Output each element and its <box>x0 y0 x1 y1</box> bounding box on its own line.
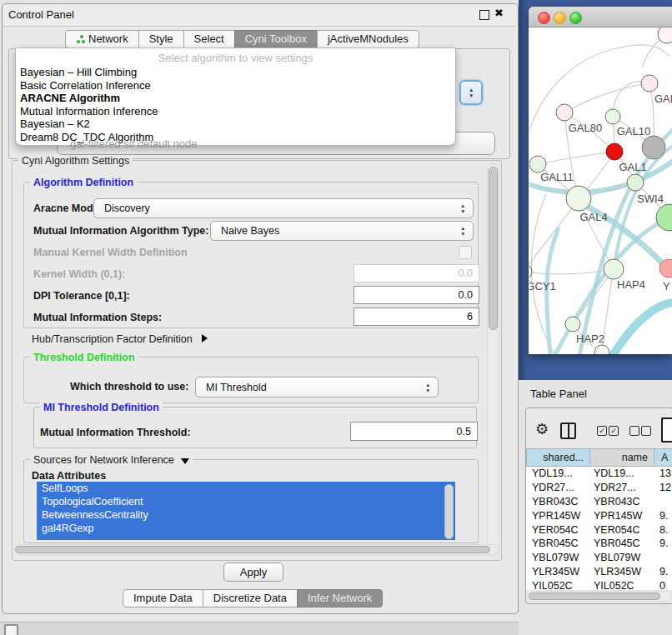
close-icon[interactable] <box>494 7 506 20</box>
mi-steps-field[interactable]: 6 <box>354 308 479 326</box>
table-cell: 9. <box>654 510 672 522</box>
deselect-check-icon[interactable] <box>629 426 639 436</box>
tab-select[interactable]: Select <box>183 30 235 48</box>
tab-cyni-toolbox[interactable]: Cyni Toolbox <box>234 30 318 48</box>
network-icon <box>76 35 85 44</box>
network-node-gal80[interactable] <box>556 104 573 121</box>
column-header-name[interactable]: name <box>589 448 654 467</box>
tab-discretize-data[interactable]: Discretize Data <box>203 589 298 608</box>
attribute-list-item[interactable]: TopologicalCoefficient <box>37 495 455 508</box>
tab-label: Impute Data <box>133 590 193 607</box>
network-node[interactable] <box>594 345 609 354</box>
attribute-list-item[interactable]: BetweennessCentrality <box>37 508 455 522</box>
aracne-mode-label: Aracne Mode: <box>33 202 103 214</box>
tab-impute-data[interactable]: Impute Data <box>123 589 203 608</box>
network-node[interactable] <box>642 136 665 159</box>
stepper-arrows-icon <box>425 382 432 393</box>
table-panel-title: Table Panel <box>530 388 587 400</box>
close-traffic-light-icon[interactable] <box>538 12 550 24</box>
algorithm-option[interactable]: Bayesian – K2 <box>20 118 451 131</box>
table-row[interactable]: YIL052CYIL052C0 <box>526 578 672 590</box>
network-canvas[interactable]: GALGAL80GAL10GAL1GAL11SWI4GAL4GCY1HAP4YH… <box>529 28 672 354</box>
tab-label: jActiveMNodules <box>328 31 409 48</box>
network-node-gal10[interactable] <box>605 109 620 124</box>
algorithm-option[interactable]: Bayesian – Hill Climbing <box>20 66 451 79</box>
table-row[interactable]: YBL079WYBL079W <box>526 551 672 565</box>
table-settings-gear-icon[interactable] <box>535 420 549 438</box>
zoom-traffic-light-icon[interactable] <box>569 12 582 24</box>
control-panel-titlebar <box>3 4 516 27</box>
which-threshold-combobox[interactable]: MI Threshold <box>195 377 439 398</box>
sources-toggle[interactable]: Sources for Network Inference <box>30 454 193 466</box>
tab-infer-network[interactable]: Infer Network <box>297 589 383 608</box>
table-cell: 8. <box>654 524 672 536</box>
manual-kernel-checkbox[interactable] <box>459 246 472 259</box>
network-node-hap4[interactable] <box>604 259 624 279</box>
table-row[interactable]: YLR345WYLR345W9. <box>526 565 672 579</box>
kernel-width-field[interactable]: 0.0 <box>354 264 479 282</box>
tab-network[interactable]: Network <box>65 30 139 48</box>
table-row[interactable]: YBR045CYBR045C9. <box>526 537 672 551</box>
algorithm-option[interactable]: ARACNE Algorithm <box>20 92 451 105</box>
deselect-check-icon[interactable] <box>641 426 651 436</box>
mi-threshold-field[interactable]: 0.5 <box>350 422 478 441</box>
attribute-list-item[interactable]: gal4RGexp <box>37 522 455 535</box>
hub-definition-toggle[interactable]: Hub/Transcription Factor Definition <box>32 333 208 345</box>
table-row[interactable]: YDR27...YDR27...12 <box>526 481 672 495</box>
settings-hscrollbar-thumb[interactable] <box>15 546 490 553</box>
stepper-arrows-icon <box>460 225 467 237</box>
table-cell: YLR345W <box>526 566 590 578</box>
network-node-gal[interactable] <box>641 75 658 92</box>
network-node-hap2[interactable] <box>565 317 580 332</box>
float-panel-icon[interactable] <box>479 10 489 20</box>
dpi-tolerance-field[interactable]: 0.0 <box>354 286 479 304</box>
column-header-shared-name[interactable]: shared... <box>526 448 590 467</box>
table-cell: 9. <box>654 566 672 578</box>
algorithm-combobox-button[interactable] <box>459 80 483 105</box>
table-cell: YBR043C <box>526 496 590 508</box>
table-cell: YDR27... <box>526 482 590 493</box>
table-hscrollbar-thumb[interactable] <box>529 592 660 600</box>
network-node-swi4[interactable] <box>627 174 644 191</box>
tab-jactivemnodules[interactable]: jActiveMNodules <box>317 30 419 48</box>
table-cell: 12 <box>654 482 672 493</box>
select-all-check-icon[interactable] <box>597 426 607 436</box>
network-node-gal11[interactable] <box>529 156 546 172</box>
aracne-mode-combobox[interactable]: Discovery <box>93 198 474 218</box>
manual-kernel-label: Manual Kernel Width Definition <box>33 247 188 258</box>
select-all-check-icon[interactable] <box>609 426 619 436</box>
node-label: GAL4 <box>579 211 607 223</box>
minimize-traffic-light-icon[interactable] <box>554 12 566 24</box>
network-node[interactable] <box>656 204 672 231</box>
control-panel-tabbar: NetworkStyleSelectCyni ToolboxjActiveMNo… <box>65 30 419 48</box>
settings-scrollbar-thumb[interactable] <box>489 167 498 330</box>
table-cell: YBL079W <box>590 552 654 563</box>
minimized-panel-icon[interactable] <box>4 624 18 635</box>
column-header-clipped[interactable]: A <box>654 448 672 467</box>
network-node[interactable] <box>658 28 672 43</box>
mi-type-combobox[interactable]: Naive Bayes <box>210 221 474 241</box>
tab-style[interactable]: Style <box>138 30 184 48</box>
table-row[interactable]: YER054CYER054C8. <box>526 522 672 537</box>
list-scrollbar-thumb[interactable] <box>444 484 454 539</box>
table-row[interactable]: YPR145WYPR145W9. <box>526 508 672 522</box>
table-row[interactable]: YDL19...YDL19...13 <box>526 467 672 481</box>
table-row[interactable]: YBR043CYBR043C <box>526 495 672 509</box>
table-cell: YBL079W <box>526 552 590 563</box>
network-graph: GALGAL80GAL10GAL1GAL11SWI4GAL4GCY1HAP4YH… <box>529 28 672 354</box>
table-cell: YPR145W <box>526 510 590 522</box>
kernel-width-label: Kernel Width (0,1): <box>33 268 125 280</box>
tab-label: Select <box>194 31 224 48</box>
node-label: GAL11 <box>540 171 574 183</box>
network-node-gal1[interactable] <box>606 143 623 160</box>
attribute-list-item[interactable]: SelfLoops <box>37 482 455 495</box>
table-cell: 9. <box>654 538 672 549</box>
apply-button[interactable]: Apply <box>223 562 283 582</box>
algorithm-option[interactable]: Mutual Information Inference <box>20 105 451 118</box>
split-view-icon[interactable] <box>560 422 576 439</box>
page-icon[interactable] <box>661 418 672 442</box>
algorithm-option[interactable]: Basic Correlation Inference <box>20 79 451 92</box>
data-attributes-list[interactable]: SelfLoopsTopologicalCoefficientBetweenne… <box>37 482 455 540</box>
network-node-gal4[interactable] <box>566 186 591 211</box>
dpi-tolerance-label: DPI Tolerance [0,1]: <box>33 290 130 302</box>
